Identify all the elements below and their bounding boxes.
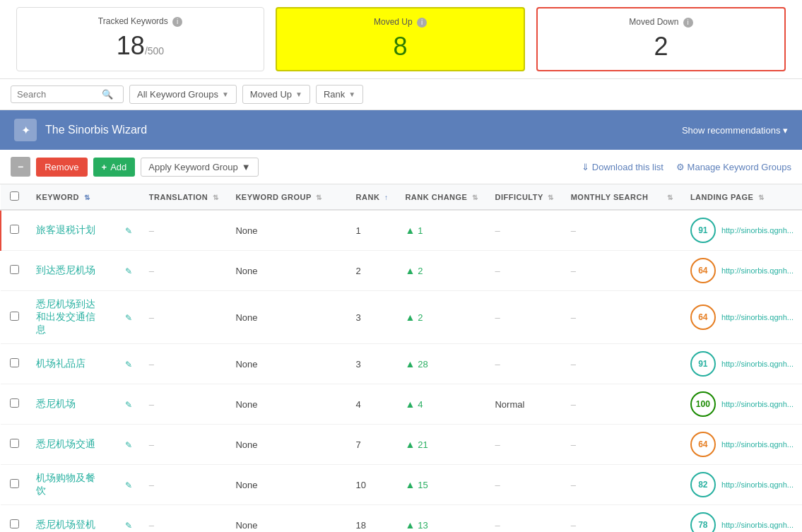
keyword-text[interactable]: 机场礼品店 (36, 357, 85, 369)
row-checkbox[interactable] (10, 225, 19, 234)
search-button[interactable]: 🔍 (102, 89, 113, 100)
row-rank-change: ▲ 13 (396, 505, 486, 533)
row-landing-page: 91 http://sinorbis.qgnh... (682, 344, 802, 384)
keyword-text[interactable]: 机场购物及餐饮 (36, 472, 95, 496)
row-difficulty: – (486, 425, 562, 465)
row-edit-cell: ✎ (111, 251, 141, 291)
row-group: None (227, 425, 330, 465)
row-landing-page: 100 http://sinorbis.qgnh... (682, 384, 802, 425)
moved-down-info-icon[interactable]: i (683, 18, 693, 28)
landing-page-url[interactable]: http://sinorbis.qgnh... (721, 521, 794, 529)
chevron-down-icon: ▼ (222, 90, 229, 98)
wizard-left: ✦ The Sinorbis Wizard (14, 119, 147, 141)
header-monthly-search[interactable]: MONTHLY SEARCH (562, 184, 657, 210)
search-input[interactable] (17, 89, 102, 100)
header-keyword-group[interactable]: KEYWORD GROUP ⇅ (227, 184, 330, 210)
moved-up-info-icon[interactable]: i (417, 18, 427, 28)
row-landing-page: 91 http://sinorbis.qgnh... (682, 210, 802, 251)
header-difficulty[interactable]: DIFFICULTY ⇅ (486, 184, 562, 210)
moved-up-dropdown[interactable]: Moved Up ▼ (242, 85, 310, 104)
edit-icon[interactable]: ✎ (125, 313, 132, 323)
landing-page-url[interactable]: http://sinorbis.qgnh... (721, 400, 794, 408)
row-checkbox-cell (1, 291, 28, 344)
up-arrow-icon: ▲ (405, 479, 415, 490)
edit-icon[interactable]: ✎ (125, 226, 132, 236)
landing-page-url[interactable]: http://sinorbis.qgnh... (721, 313, 794, 321)
up-arrow-icon: ▲ (405, 312, 415, 323)
row-rank: 3 (348, 344, 397, 384)
row-edit-cell: ✎ (111, 344, 141, 384)
row-checkbox[interactable] (10, 312, 19, 321)
edit-icon[interactable]: ✎ (125, 266, 132, 276)
up-arrow-icon: ▲ (405, 519, 415, 531)
row-difficulty: – (486, 251, 562, 291)
moved-down-label: Moved Down i (552, 17, 770, 28)
landing-page-url[interactable]: http://sinorbis.qgnh... (721, 440, 794, 449)
up-arrow-icon: ▲ (405, 358, 415, 370)
keyword-text[interactable]: 悉尼机场交通 (36, 438, 95, 449)
row-checkbox-cell (1, 384, 28, 425)
tracked-info-icon[interactable]: i (172, 17, 182, 27)
header-translation[interactable]: TRANSLATION ⇅ (141, 184, 228, 210)
edit-icon[interactable]: ✎ (125, 400, 132, 410)
select-all-checkbox[interactable] (10, 191, 19, 201)
row-group: None (227, 291, 330, 344)
header-rank-change[interactable]: RANK CHANGE ⇅ (396, 184, 486, 210)
row-checkbox[interactable] (10, 398, 19, 408)
keyword-text[interactable]: 悉尼机场到达和出发交通信息 (36, 298, 95, 335)
row-checkbox[interactable] (10, 439, 19, 448)
row-checkbox-cell (1, 210, 28, 251)
minus-button[interactable]: − (11, 157, 30, 177)
row-group-spacer (331, 465, 348, 505)
row-checkbox[interactable] (10, 519, 19, 528)
landing-page-url[interactable]: http://sinorbis.qgnh... (721, 480, 794, 489)
row-checkbox[interactable] (10, 358, 19, 367)
apply-keyword-group-button[interactable]: Apply Keyword Group ▼ (141, 158, 258, 177)
row-translation: – (141, 251, 228, 291)
row-checkbox[interactable] (10, 479, 19, 488)
header-monthly-sort: ⇅ (656, 184, 682, 210)
table-row: 机场礼品店 ✎ – None 3 ▲ 28 – – 91 http://sino… (1, 344, 802, 384)
manage-keyword-groups-link[interactable]: ⚙ Manage Keyword Groups (676, 162, 791, 172)
keyword-text[interactable]: 到达悉尼机场 (36, 264, 95, 276)
search-box[interactable]: 🔍 (11, 85, 124, 103)
landing-page-url[interactable]: http://sinorbis.qgnh... (721, 226, 794, 235)
edit-icon[interactable]: ✎ (125, 521, 132, 531)
landing-page-url[interactable]: http://sinorbis.qgnh... (721, 266, 794, 275)
keyword-text[interactable]: 悉尼机场 (36, 398, 76, 409)
difficulty-badge: 64 (690, 258, 716, 283)
remove-button[interactable]: Remove (36, 158, 87, 177)
row-landing-page: 64 http://sinorbis.qgnh... (682, 425, 802, 465)
row-edit-cell: ✎ (111, 465, 141, 505)
table-row: 到达悉尼机场 ✎ – None 2 ▲ 2 – – 64 http://sino… (1, 251, 802, 291)
row-translation: – (141, 465, 228, 505)
moved-up-label: Moved Up i (291, 17, 509, 28)
keyword-text[interactable]: 旅客退税计划 (36, 224, 95, 235)
landing-page-url[interactable]: http://sinorbis.qgnh... (721, 360, 794, 368)
wizard-cta[interactable]: Show recommendations ▾ (682, 125, 788, 136)
row-translation: – (141, 425, 228, 465)
edit-icon[interactable]: ✎ (125, 440, 132, 450)
action-right: ⇓ Download this list ⚙ Manage Keyword Gr… (582, 162, 791, 172)
keyword-groups-dropdown[interactable]: All Keyword Groups ▼ (129, 85, 237, 104)
download-list-link[interactable]: ⇓ Download this list (582, 162, 664, 172)
table-header-row: KEYWORD ⇅ TRANSLATION ⇅ KEYWORD GROUP ⇅ … (1, 184, 802, 210)
edit-icon[interactable]: ✎ (125, 480, 132, 490)
header-landing-page[interactable]: LANDING PAGE ⇅ (682, 184, 802, 210)
table-row: 悉尼机场登机 ✎ – None 18 ▲ 13 – – 78 http://si… (1, 505, 802, 533)
row-checkbox[interactable] (10, 265, 19, 274)
chevron-down-icon: ▼ (348, 90, 355, 98)
table-row: 悉尼机场 ✎ – None 4 ▲ 4 Normal – 100 http://… (1, 384, 802, 425)
edit-icon[interactable]: ✎ (125, 360, 132, 370)
rank-dropdown[interactable]: Rank ▼ (316, 85, 363, 104)
row-monthly-search: – (562, 251, 657, 291)
row-checkbox-cell (1, 465, 28, 505)
up-arrow-icon: ▲ (405, 265, 415, 276)
row-group-spacer (331, 384, 348, 425)
row-monthly-spacer (656, 344, 682, 384)
add-button[interactable]: + Add (93, 158, 136, 177)
header-rank[interactable]: RANK ↑ (348, 184, 397, 210)
keyword-text[interactable]: 悉尼机场登机 (36, 519, 95, 530)
header-keyword[interactable]: KEYWORD ⇅ (28, 184, 111, 210)
row-checkbox-cell (1, 505, 28, 533)
